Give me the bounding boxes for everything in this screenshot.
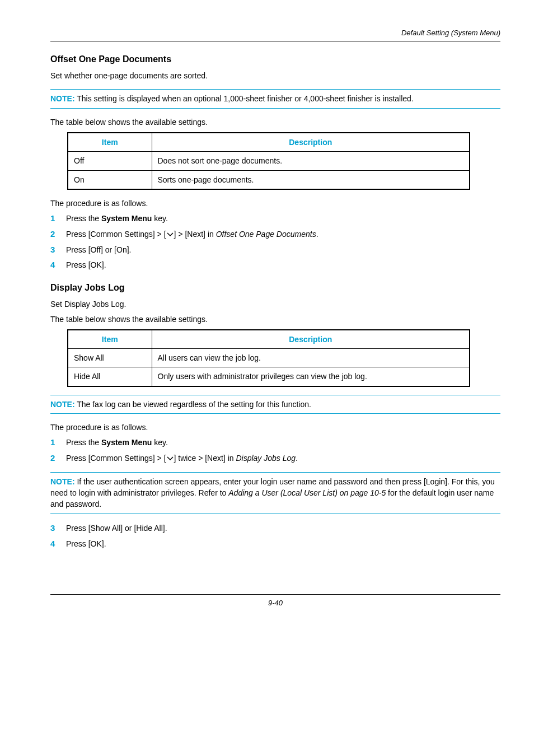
step-text: Press [Off] or [On]. <box>66 244 131 255</box>
table-row: On Sorts one-page documents. <box>68 170 470 189</box>
step-text: Press [OK]. <box>66 538 106 549</box>
section1-steps: 1 Press the System Menu key. 2 Press [Co… <box>50 212 500 271</box>
section2-note2: NOTE: If the user authentication screen … <box>50 472 500 514</box>
step-text: Press [Show All] or [Hide All]. <box>66 522 167 534</box>
step-number: 2 <box>50 452 66 464</box>
step-item: 2 Press [Common Settings] > [] twice > [… <box>50 452 500 464</box>
th-item: Item <box>68 330 152 349</box>
step-item: 2 Press [Common Settings] > [] > [Next] … <box>50 228 500 240</box>
step-number: 4 <box>50 259 66 271</box>
section1-note: NOTE: This setting is displayed when an … <box>50 89 500 108</box>
step-item: 4 Press [OK]. <box>50 259 500 271</box>
section2-intro2: The table below shows the available sett… <box>50 314 500 325</box>
section2-table: Item Description Show All All users can … <box>67 329 470 387</box>
chevron-down-icon <box>166 456 174 461</box>
step-post: ] twice > [Next] in <box>174 454 236 463</box>
step-tail: . <box>316 230 318 239</box>
note-label: NOTE: <box>50 94 75 103</box>
section2-steps2: 3 Press [Show All] or [Hide All]. 4 Pres… <box>50 522 500 550</box>
section2-intro1: Set Display Jobs Log. <box>50 298 500 310</box>
step-item: 1 Press the System Menu key. <box>50 212 500 225</box>
note-text: This setting is displayed when an option… <box>77 94 414 103</box>
step-ital: Offset One Page Documents <box>216 230 316 239</box>
step-post: key. <box>152 438 168 447</box>
table-header-row: Item Description <box>68 133 470 152</box>
step-bold: System Menu <box>101 214 152 223</box>
step-item: 4 Press [OK]. <box>50 538 500 550</box>
step-pre: Press the <box>66 214 101 223</box>
note-text: The fax log can be viewed regardless of … <box>77 400 311 409</box>
th-item: Item <box>68 133 152 152</box>
step-text: Press the System Menu key. <box>66 213 168 224</box>
cell-item: Off <box>68 152 152 170</box>
cell-desc: Only users with administrator privileges… <box>152 367 470 386</box>
cell-desc: Sorts one-page documents. <box>152 170 470 189</box>
step-item: 1 Press the System Menu key. <box>50 436 500 449</box>
cell-item: Hide All <box>68 367 152 386</box>
step-number: 3 <box>50 522 66 534</box>
step-number: 1 <box>50 436 66 449</box>
step-number: 1 <box>50 212 66 225</box>
section1-intro: Set whether one-page documents are sorte… <box>50 70 500 81</box>
step-text: Press the System Menu key. <box>66 437 168 448</box>
section2-note1: NOTE: The fax log can be viewed regardle… <box>50 395 500 414</box>
page-footer: 9-40 <box>50 594 500 609</box>
section1-table: Item Description Off Does not sort one-p… <box>67 132 470 190</box>
table-header-row: Item Description <box>68 330 470 349</box>
section1-table-lead: The table below shows the available sett… <box>50 116 500 128</box>
header-rule <box>50 41 500 41</box>
note-text-ital: Adding a User (Local User List) on page … <box>228 488 386 497</box>
step-number: 3 <box>50 244 66 256</box>
note-label: NOTE: <box>50 477 75 486</box>
step-ital: Display Jobs Log <box>236 454 296 463</box>
cell-item: Show All <box>68 349 152 367</box>
step-pre: Press [Common Settings] > [ <box>66 230 166 239</box>
step-post: key. <box>152 214 168 223</box>
step-pre: Press [Common Settings] > [ <box>66 454 166 463</box>
note-label: NOTE: <box>50 400 75 409</box>
step-text: Press [Common Settings] > [] twice > [Ne… <box>66 452 298 464</box>
table-row: Show All All users can view the job log. <box>68 349 470 367</box>
step-item: 3 Press [Off] or [On]. <box>50 244 500 256</box>
step-number: 4 <box>50 538 66 550</box>
step-item: 3 Press [Show All] or [Hide All]. <box>50 522 500 534</box>
th-desc: Description <box>152 133 470 152</box>
section1-heading: Offset One Page Documents <box>50 53 500 66</box>
step-text: Press [OK]. <box>66 259 106 270</box>
running-head: Default Setting (System Menu) <box>50 28 500 39</box>
step-tail: . <box>296 454 298 463</box>
cell-desc: Does not sort one-page documents. <box>152 152 470 170</box>
chevron-down-icon <box>166 232 174 237</box>
th-desc: Description <box>152 330 470 349</box>
table-row: Off Does not sort one-page documents. <box>68 152 470 170</box>
table-row: Hide All Only users with administrator p… <box>68 367 470 386</box>
step-number: 2 <box>50 228 66 240</box>
section2-proc-lead: The procedure is as follows. <box>50 422 500 433</box>
cell-desc: All users can view the job log. <box>152 349 470 367</box>
step-bold: System Menu <box>101 438 152 447</box>
section2-steps1: 1 Press the System Menu key. 2 Press [Co… <box>50 436 500 464</box>
step-pre: Press the <box>66 438 101 447</box>
step-text: Press [Common Settings] > [] > [Next] in… <box>66 228 318 240</box>
step-post: ] > [Next] in <box>174 230 216 239</box>
section1-proc-lead: The procedure is as follows. <box>50 198 500 209</box>
cell-item: On <box>68 170 152 189</box>
section2-heading: Display Jobs Log <box>50 281 500 294</box>
